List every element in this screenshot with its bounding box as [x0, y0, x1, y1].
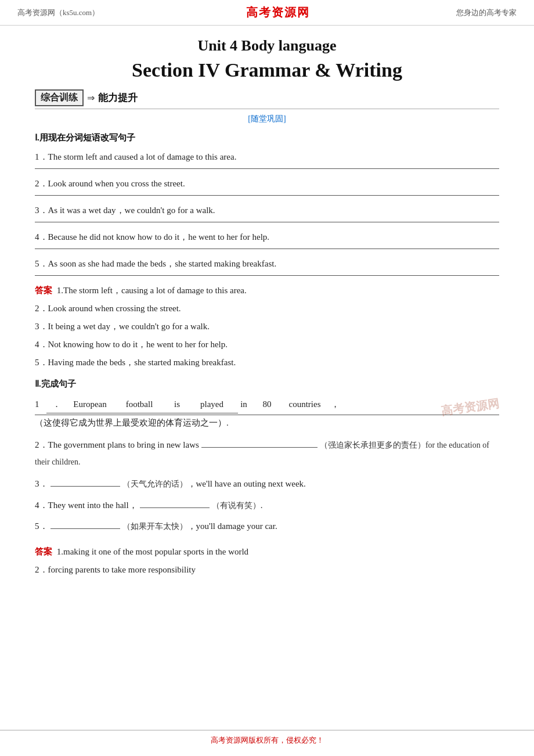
question-5: 5．As soon as she had made the beds，she s… [35, 256, 499, 276]
footer: 高考资源网版权所有，侵权必究！ [0, 730, 534, 750]
q1-num: 1 [35, 395, 52, 413]
header-left: 高考资源网（ks5u.com） [17, 8, 99, 18]
q1-european: European [64, 395, 116, 413]
section-title: Section IV Grammar & Writing [35, 59, 499, 81]
answer-5: 5．Having made the beds，she started makin… [35, 355, 499, 370]
section-ii-q1: 1 ． European football is played in 80 co… [35, 395, 499, 429]
section-i-heading: Ⅰ.用现在分词短语改写句子 [35, 132, 499, 143]
q5-hint: （如果开车太快） [122, 522, 187, 531]
answer-3: 3．It being a wet day，we couldn't go for … [35, 319, 499, 334]
q5-blank [50, 528, 120, 529]
header-right: 您身边的高考专家 [456, 8, 517, 18]
q3-num: 3． [35, 479, 48, 488]
q4-blank [140, 507, 210, 508]
answer-4: 4．Not knowing how to do it，he went to he… [35, 337, 499, 352]
q1-football: football [116, 395, 163, 413]
header-logo: 高考资源网 [246, 5, 310, 20]
q1-80: 80 [255, 395, 279, 413]
section-ii-q3: 3．（天气允许的话），we'll have an outing next wee… [35, 476, 499, 492]
section-ii-answers: 答案 1.making it one of the most popular s… [35, 544, 499, 578]
main-content: Unit 4 Body language Section IV Grammar … [0, 26, 534, 603]
section-ii-answer-1-text: 1.making it one of the most popular spor… [57, 547, 248, 556]
q1-chinese: （这使得它成为世界上最受欢迎的体育运动之一）. [35, 417, 499, 429]
section-ii-heading: Ⅱ.完成句子 [35, 379, 499, 390]
q3-hint: （天气允许的话） [122, 480, 187, 488]
question-3-text: 3．As it was a wet day，we couldn't go for… [35, 203, 499, 218]
q4-hint: （有说有笑） [212, 501, 261, 510]
answer-line-2 [35, 195, 499, 196]
answer-intro: 答案 1.The storm left，causing a lot of dam… [35, 283, 499, 298]
section-ii-q2: 2．The government plans to bring in new l… [35, 437, 499, 470]
q1-countries: countries [279, 395, 331, 413]
question-5-text: 5．As soon as she had made the beds，she s… [35, 256, 499, 272]
q2-text: 2．The government plans to bring in new l… [35, 440, 199, 449]
answer-label: 答案 [35, 286, 52, 295]
answer-line-5 [35, 275, 499, 276]
q2-blank [201, 447, 317, 448]
banner: 综合训练 ⇒ 能力提升 [35, 89, 499, 106]
answer-line-1 [35, 168, 499, 169]
section-ii-answer-1: 答案 1.making it one of the most popular s… [35, 544, 499, 560]
banner-divider [35, 109, 499, 109]
question-1: 1．The storm left and caused a lot of dam… [35, 149, 499, 169]
section-ii-q5: 5．（如果开车太快），you'll damage your car. [35, 518, 499, 535]
answer-2: 2．Look around when crossing the street. [35, 301, 499, 316]
answer-1-text: 1.The storm left，causing a lot of damage… [57, 286, 247, 295]
banner-box: 综合训练 [35, 89, 84, 106]
q5-rest: ，you'll damage your car. [187, 521, 277, 531]
section-ii-answer-2: 2．forcing parents to take more responsib… [35, 562, 499, 578]
question-2-text: 2．Look around when you cross the street. [35, 176, 499, 192]
q1-in: in [232, 395, 255, 413]
section-i-answers: 答案 1.The storm left，causing a lot of dam… [35, 283, 499, 370]
q1-dot: ． [52, 395, 64, 413]
banner-arrow: ⇒ [87, 92, 95, 103]
question-4: 4．Because he did not know how to do it，h… [35, 229, 499, 249]
q1-comma: ， [331, 395, 340, 413]
q4-end: . [261, 501, 263, 510]
question-3: 3．As it was a wet day，we couldn't go for… [35, 203, 499, 222]
banner-text: 能力提升 [98, 91, 138, 105]
question-1-text: 1．The storm left and caused a lot of dam… [35, 149, 499, 165]
section-ii-q4: 4．They went into the hall，（有说有笑）. [35, 497, 499, 514]
q1-answer-line [46, 413, 238, 413]
q4-text: 4．They went into the hall， [35, 501, 138, 510]
page-header: 高考资源网（ks5u.com） 高考资源网 您身边的高考专家 [0, 0, 534, 26]
q3-blank [50, 486, 120, 487]
sub-heading: [随堂巩固] [35, 114, 499, 124]
question-2: 2．Look around when you cross the street. [35, 176, 499, 196]
unit-title: Unit 4 Body language [35, 37, 499, 55]
answer-line-4 [35, 249, 499, 249]
q1-is: is [163, 395, 192, 413]
q1-full-line [35, 415, 499, 415]
answer-line-3 [35, 222, 499, 222]
section-ii-answer-label: 答案 [35, 547, 52, 556]
question-4-text: 4．Because he did not know how to do it，h… [35, 229, 499, 245]
q3-rest: ，we'll have an outing next week. [187, 479, 306, 488]
q5-num: 5． [35, 521, 48, 531]
footer-text: 高考资源网版权所有，侵权必究！ [211, 736, 324, 744]
q1-played: played [192, 395, 232, 413]
